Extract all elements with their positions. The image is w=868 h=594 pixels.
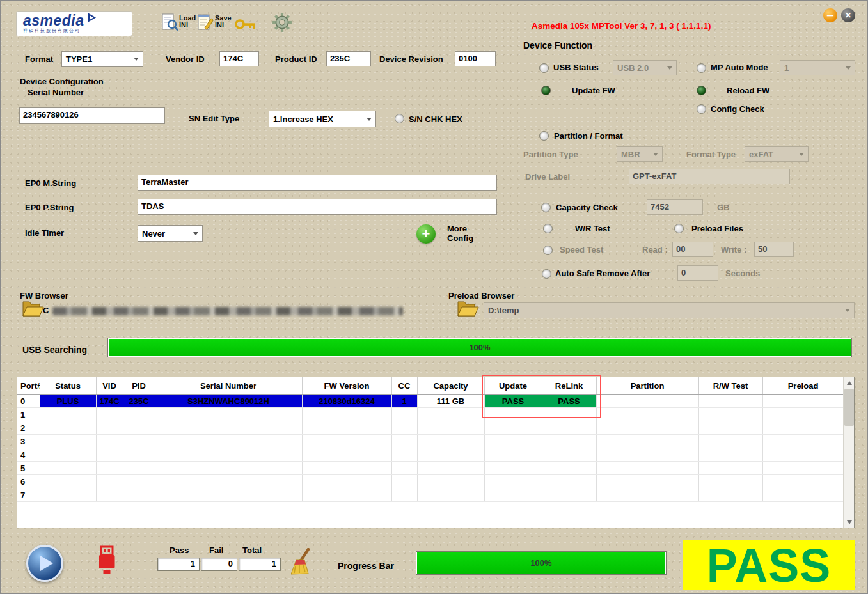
table-cell: 235C — [123, 395, 155, 408]
write-field[interactable]: 50 — [754, 242, 794, 257]
table-cell — [96, 421, 123, 435]
table-cell — [123, 435, 155, 448]
drive-label-field[interactable]: GPT-exFAT — [629, 169, 790, 184]
close-button[interactable]: ✕ — [841, 8, 855, 22]
load-ini-icon — [162, 13, 178, 31]
table-cell — [417, 408, 484, 421]
col-header-capacity[interactable]: Capacity — [417, 377, 484, 395]
preload-files-label: Preload Files — [691, 224, 743, 233]
table-cell — [391, 408, 417, 421]
sn-chk-hex-radio[interactable] — [395, 114, 404, 123]
ep0-m-string-field[interactable]: TerraMaster — [138, 175, 497, 191]
load-ini-button[interactable]: Load INI — [162, 13, 197, 31]
capacity-field[interactable]: 7452 — [647, 199, 703, 215]
col-header-preload[interactable]: Preload — [762, 377, 844, 395]
col-header-port[interactable]: Port# — [17, 377, 40, 395]
clear-button[interactable] — [288, 548, 317, 579]
table-row[interactable]: 2 — [17, 421, 844, 435]
col-header-cc[interactable]: CC — [391, 377, 417, 395]
table-cell — [484, 462, 542, 475]
table-row[interactable]: 6 — [17, 475, 844, 488]
config-check-label: Config Check — [711, 104, 764, 114]
table-cell — [484, 435, 542, 448]
asmedia-logo-subtext: 祥碩科技股份有限公司 — [23, 28, 127, 33]
col-header-pid[interactable]: PID — [123, 377, 155, 395]
format-type-select[interactable]: exFAT — [745, 146, 809, 162]
partition-format-radio[interactable] — [539, 131, 549, 141]
close-icon: ✕ — [845, 11, 851, 20]
auto-safe-remove-field[interactable]: 0 — [677, 265, 718, 281]
col-header-update[interactable]: Update — [484, 377, 542, 395]
col-header-fw-version[interactable]: FW Version — [302, 377, 391, 395]
usb-status-select[interactable]: USB 2.0 — [613, 60, 677, 75]
preload-browse-button[interactable] — [456, 299, 479, 320]
col-header-relink[interactable]: ReLink — [542, 377, 596, 395]
serial-number-field[interactable]: 234567890126 — [19, 107, 165, 124]
table-row[interactable]: 1 — [17, 408, 844, 421]
table-cell — [698, 488, 762, 502]
wr-test-radio[interactable] — [543, 224, 553, 233]
scroll-down-button[interactable] — [844, 517, 855, 528]
partition-type-select[interactable]: MBR — [617, 146, 663, 162]
device-revision-field[interactable]: 0100 — [455, 51, 496, 66]
save-ini-button[interactable]: Save INI — [198, 13, 233, 31]
col-header-rw-test[interactable]: R/W Test — [698, 377, 762, 395]
device-revision-label: Device Revision — [379, 54, 443, 64]
usb-status-radio[interactable] — [539, 63, 549, 73]
scroll-up-button[interactable] — [844, 377, 855, 388]
mp-auto-mode-select[interactable]: 1 — [780, 60, 855, 75]
preload-path-select[interactable]: D:\temp — [484, 302, 855, 318]
table-cell — [123, 488, 155, 502]
col-header-partition[interactable]: Partition — [596, 377, 698, 395]
table-cell — [698, 448, 762, 462]
table-cell — [542, 435, 596, 448]
col-header-status[interactable]: Status — [40, 377, 96, 395]
minimize-icon: — — [827, 12, 833, 19]
table-cell — [391, 448, 417, 462]
table-cell — [40, 448, 96, 462]
table-row[interactable]: 5 — [17, 462, 844, 475]
col-header-vid[interactable]: VID — [96, 377, 123, 395]
more-config-button[interactable]: + — [416, 224, 436, 244]
table-row[interactable]: 0PLUS174C235CS3HZNWAHC89012H210830d16324… — [17, 395, 844, 408]
config-check-radio[interactable] — [697, 104, 706, 114]
scrollbar-thumb[interactable] — [844, 389, 854, 426]
table-row[interactable]: 3 — [17, 435, 844, 448]
table-row[interactable]: 4 — [17, 448, 844, 462]
col-header-serial-number[interactable]: Serial Number — [155, 377, 302, 395]
ep0-m-string-label: EP0 M.String — [25, 178, 76, 188]
mp-auto-mode-label: MP Auto Mode — [711, 63, 768, 72]
auto-safe-remove-radio[interactable] — [542, 269, 551, 279]
update-fw-radio[interactable] — [541, 86, 551, 95]
capacity-check-radio[interactable] — [541, 203, 551, 212]
table-cell — [391, 435, 417, 448]
table-header-row: Port# Status VID PID Serial Number FW Ve… — [17, 377, 844, 395]
mp-auto-mode-radio[interactable] — [697, 63, 706, 73]
idle-timer-select[interactable]: Never — [138, 225, 203, 242]
format-select[interactable]: TYPE1 — [61, 51, 143, 67]
speed-test-radio[interactable] — [543, 246, 553, 255]
preload-files-radio[interactable] — [674, 224, 684, 233]
table-cell — [762, 448, 844, 462]
table-scrollbar[interactable] — [843, 377, 854, 528]
start-button[interactable] — [26, 545, 63, 582]
device-function-title: Device Function — [523, 40, 592, 51]
usb-plug-icon — [95, 545, 119, 576]
table-cell — [96, 462, 123, 475]
product-id-label: Product ID — [275, 54, 317, 64]
settings-button[interactable] — [272, 12, 292, 35]
table-cell — [391, 462, 417, 475]
read-label: Read : — [642, 245, 668, 254]
sn-edit-type-select[interactable]: 1.Increase HEX — [269, 111, 376, 127]
table-cell — [542, 475, 596, 488]
vendor-id-field[interactable]: 174C — [219, 51, 259, 66]
table-cell — [596, 435, 698, 448]
read-field[interactable]: 00 — [672, 242, 713, 257]
reload-fw-radio[interactable] — [697, 86, 706, 95]
minimize-button[interactable]: — — [823, 8, 837, 22]
fw-browse-button[interactable] — [21, 299, 44, 320]
product-id-field[interactable]: 235C — [326, 51, 371, 66]
key-button[interactable] — [235, 17, 256, 34]
table-row[interactable]: 7 — [17, 488, 844, 502]
ep0-p-string-field[interactable]: TDAS — [138, 199, 497, 215]
